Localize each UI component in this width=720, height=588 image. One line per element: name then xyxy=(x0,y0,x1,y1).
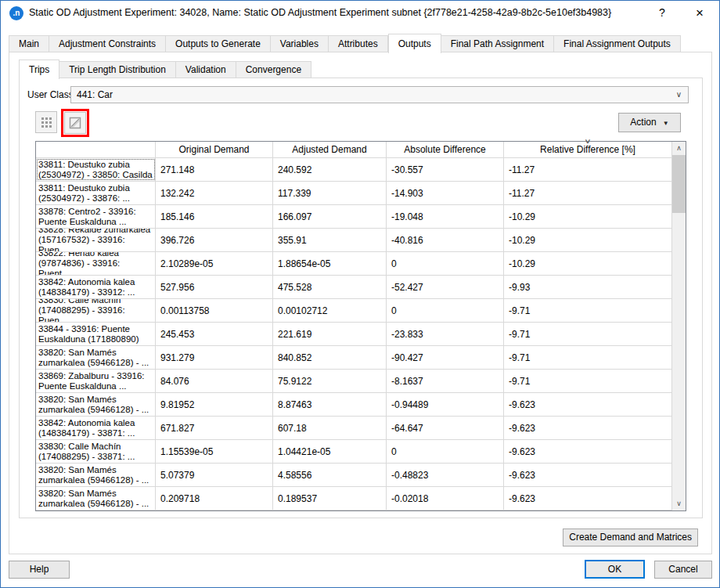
value-cell[interactable]: -9.623 xyxy=(504,393,672,416)
od-pair-cell[interactable]: 33830: Calle Machín (174088295) - 33871:… xyxy=(36,440,156,463)
value-cell[interactable]: 1.88654e-05 xyxy=(273,252,387,275)
scrollbar-thumb[interactable] xyxy=(672,155,686,213)
subtab-trips[interactable]: Trips xyxy=(19,60,59,79)
value-cell[interactable]: 4.58556 xyxy=(273,464,387,486)
value-cell[interactable]: -11.27 xyxy=(504,182,672,204)
edit-cell-button[interactable] xyxy=(64,112,86,134)
tab-outputs[interactable]: Outputs xyxy=(388,34,441,53)
od-pair-cell[interactable]: 33830: Calle Machín (174088295) - 33916:… xyxy=(36,299,156,322)
value-cell[interactable]: -30.557 xyxy=(387,158,504,181)
subtab-convergence[interactable]: Convergence xyxy=(236,61,311,78)
show-matrix-button[interactable] xyxy=(35,111,57,133)
od-pair-cell[interactable]: 33820: San Mamés zumarkalea (59466128) -… xyxy=(36,464,156,486)
table-row[interactable]: 33842: Autonomia kalea (148384179) - 338… xyxy=(36,417,686,440)
value-cell[interactable]: 931.279 xyxy=(156,346,273,369)
value-cell[interactable]: -64.647 xyxy=(387,417,504,439)
value-cell[interactable]: 117.339 xyxy=(273,182,387,204)
value-cell[interactable]: -90.427 xyxy=(387,346,504,369)
od-pair-cell[interactable]: 33820: San Mamés zumarkalea (59466128) -… xyxy=(36,393,156,416)
column-header-relative-difference[interactable]: ∨ Relative Difference [%] xyxy=(504,142,672,157)
value-cell[interactable]: -10.29 xyxy=(504,205,672,228)
table-row[interactable]: 33830: Calle Machín (174088295) - 33916:… xyxy=(36,299,686,323)
cancel-button[interactable]: Cancel xyxy=(654,561,712,579)
close-icon[interactable]: × xyxy=(686,1,713,25)
value-cell[interactable]: -23.833 xyxy=(387,323,504,345)
value-cell[interactable]: -10.29 xyxy=(504,229,672,251)
od-pair-cell[interactable]: 33878: Centro2 - 33916: Puente Euskaldun… xyxy=(36,205,156,228)
value-cell[interactable]: -11.27 xyxy=(504,158,672,181)
od-pair-cell[interactable]: 33842: Autonomia kalea (148384179) - 339… xyxy=(36,276,156,298)
value-cell[interactable]: 840.852 xyxy=(273,346,387,369)
tab-attributes[interactable]: Attributes xyxy=(329,35,388,52)
chevron-down-icon[interactable]: ∨ xyxy=(676,87,682,103)
od-pair-cell[interactable]: 33820: San Mamés zumarkalea (59466128) -… xyxy=(36,487,156,510)
value-cell[interactable]: -10.29 xyxy=(504,252,672,275)
vertical-scrollbar[interactable]: ∧ ∨ xyxy=(672,142,686,510)
value-cell[interactable]: 240.592 xyxy=(273,158,387,181)
value-cell[interactable]: -9.93 xyxy=(504,276,672,298)
value-cell[interactable]: -0.48823 xyxy=(387,464,504,486)
value-cell[interactable]: -9.71 xyxy=(504,346,672,369)
table-row[interactable]: 33828: Rekalde zumarkalea (157167532) - … xyxy=(36,229,686,252)
column-header-adjusted-demand[interactable]: Adjusted Demand xyxy=(273,142,387,157)
value-cell[interactable]: 0 xyxy=(387,440,504,463)
table-row[interactable]: 33820: San Mamés zumarkalea (59466128) -… xyxy=(36,464,686,487)
value-cell[interactable]: -8.1637 xyxy=(387,370,504,392)
value-cell[interactable]: 396.726 xyxy=(156,229,273,251)
od-pair-cell[interactable]: 33844 - 33916: Puente Euskalduna (171880… xyxy=(36,323,156,345)
table-row[interactable]: 33869: Zabalburu - 33916: Puente Euskald… xyxy=(36,370,686,393)
value-cell[interactable]: 271.148 xyxy=(156,158,273,181)
table-row[interactable]: 33878: Centro2 - 33916: Puente Euskaldun… xyxy=(36,205,686,229)
value-cell[interactable]: 1.15539e-05 xyxy=(156,440,273,463)
tab-final-assignment-outputs[interactable]: Final Assignment Outputs xyxy=(554,35,681,52)
subtab-validation[interactable]: Validation xyxy=(176,61,236,78)
table-row[interactable]: 33842: Autonomia kalea (148384179) - 339… xyxy=(36,276,686,299)
table-row[interactable]: 33820: San Mamés zumarkalea (59466128) -… xyxy=(36,346,686,370)
column-header-original-demand[interactable]: Original Demand xyxy=(156,142,273,157)
tab-main[interactable]: Main xyxy=(9,35,49,52)
tab-variables[interactable]: Variables xyxy=(271,35,329,52)
od-pair-cell[interactable]: 33869: Zabalburu - 33916: Puente Euskald… xyxy=(36,370,156,392)
value-cell[interactable]: 0.00102712 xyxy=(273,299,387,322)
user-class-combobox[interactable]: 441: Car ∨ xyxy=(70,86,689,103)
od-pair-cell[interactable]: 33842: Autonomia kalea (148384179) - 338… xyxy=(36,417,156,439)
value-cell[interactable]: -9.623 xyxy=(504,487,672,510)
value-cell[interactable]: 0.209718 xyxy=(156,487,273,510)
value-cell[interactable]: 5.07379 xyxy=(156,464,273,486)
value-cell[interactable]: 132.242 xyxy=(156,182,273,204)
value-cell[interactable]: -9.623 xyxy=(504,417,672,439)
value-cell[interactable]: -0.02018 xyxy=(387,487,504,510)
value-cell[interactable]: 527.956 xyxy=(156,276,273,298)
subtab-trip-length-distribution[interactable]: Trip Length Distribution xyxy=(59,61,176,78)
value-cell[interactable]: 671.827 xyxy=(156,417,273,439)
table-row[interactable]: 33811: Deustuko zubia (25304972) - 33850… xyxy=(36,158,686,182)
action-button[interactable]: Action▼ xyxy=(618,113,681,132)
value-cell[interactable]: 0 xyxy=(387,252,504,275)
od-pair-cell[interactable]: 33811: Deustuko zubia (25304972) - 33850… xyxy=(36,158,156,181)
od-pair-cell[interactable]: 33820: San Mamés zumarkalea (59466128) -… xyxy=(36,346,156,369)
table-row[interactable]: 33820: San Mamés zumarkalea (59466128) -… xyxy=(36,393,686,417)
value-cell[interactable]: -9.623 xyxy=(504,440,672,463)
value-cell[interactable]: -9.71 xyxy=(504,323,672,345)
value-cell[interactable]: -9.71 xyxy=(504,299,672,322)
value-cell[interactable]: -52.427 xyxy=(387,276,504,298)
value-cell[interactable]: 0.00113758 xyxy=(156,299,273,322)
value-cell[interactable]: 607.18 xyxy=(273,417,387,439)
od-pair-cell[interactable]: 33822: Henao kalea (97874836) - 33916: P… xyxy=(36,252,156,275)
create-demand-and-matrices-button[interactable]: Create Demand and Matrices xyxy=(563,528,698,547)
value-cell[interactable]: 0 xyxy=(387,299,504,322)
value-cell[interactable]: 166.097 xyxy=(273,205,387,228)
value-cell[interactable]: 9.81952 xyxy=(156,393,273,416)
table-row[interactable]: 33830: Calle Machín (174088295) - 33871:… xyxy=(36,440,686,464)
column-header-name[interactable] xyxy=(36,142,156,157)
scroll-down-icon[interactable]: ∨ xyxy=(672,497,686,510)
value-cell[interactable]: 185.146 xyxy=(156,205,273,228)
value-cell[interactable]: 221.619 xyxy=(273,323,387,345)
value-cell[interactable]: -40.816 xyxy=(387,229,504,251)
tab-outputs-to-generate[interactable]: Outputs to Generate xyxy=(166,35,271,52)
tab-final-path-assignment[interactable]: Final Path Assignment xyxy=(441,35,554,52)
title-bar[interactable]: .n Static OD Adjustment Experiment: 3402… xyxy=(1,1,719,25)
scroll-up-icon[interactable]: ∧ xyxy=(672,142,686,155)
value-cell[interactable]: -9.71 xyxy=(504,370,672,392)
value-cell[interactable]: 245.453 xyxy=(156,323,273,345)
